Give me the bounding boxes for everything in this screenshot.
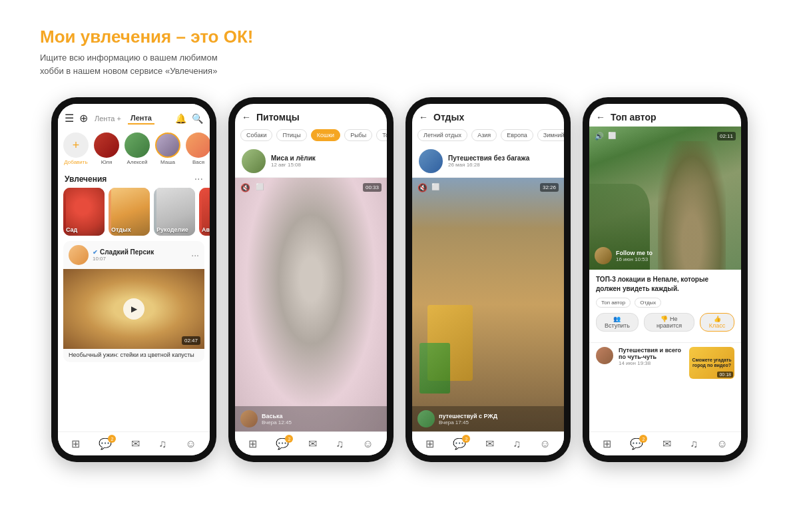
plus-icon[interactable]: ⊕ — [79, 112, 88, 125]
story-add[interactable]: + Добавить — [63, 133, 89, 165]
author-name-2: Васька — [262, 413, 292, 419]
story-label-yulia: Юля — [101, 159, 113, 165]
p3-author-name: путешествуй с РЖД — [439, 413, 497, 419]
channel-item-2[interactable]: Миса и лёлик 12 авг 15:08 — [235, 145, 387, 178]
p4-tag-otdyh[interactable]: Отдых — [635, 298, 661, 308]
p4-tags: Топ автор Отдых — [596, 298, 734, 308]
p3-profile-icon[interactable]: ☺ — [539, 438, 550, 450]
p4-post-content: ТОП-3 локации в Непале, которые должен у… — [589, 270, 741, 342]
channel-date-2: 12 авг 15:08 — [271, 162, 380, 168]
bottom-music-icon[interactable]: ♫ — [158, 438, 166, 450]
chip-summer[interactable]: Летний отдых — [417, 129, 467, 141]
back-arrow-3[interactable]: ← — [419, 112, 428, 123]
hobby-avto[interactable]: Авт — [199, 188, 210, 236]
p4-post-title: ТОП-3 локации в Непале, которые должен у… — [596, 275, 734, 294]
chip-europe[interactable]: Европа — [501, 129, 533, 141]
chip-dogs[interactable]: Собаки — [240, 129, 272, 141]
menu-icon[interactable]: ☰ — [65, 112, 74, 125]
p3-home-icon[interactable]: ⊞ — [425, 437, 434, 450]
hobby-rukodelivie[interactable]: Рукоделие — [154, 188, 195, 236]
p4-share-icon[interactable]: ⬜ — [608, 132, 616, 140]
tab-lenta[interactable]: Лента — [128, 113, 154, 125]
second-post-avatar-4 — [596, 347, 613, 364]
post-menu-icon[interactable]: ··· — [191, 250, 199, 260]
bottom-chat-icon[interactable]: 💬 2 — [99, 437, 112, 450]
bell-icon[interactable]: 🔔 — [175, 113, 186, 124]
p3-music-icon[interactable]: ♫ — [513, 438, 521, 450]
bottom-profile-icon[interactable]: ☺ — [185, 438, 196, 450]
hobby-sad[interactable]: Сад — [63, 188, 105, 236]
chip-birds[interactable]: Птицы — [276, 129, 306, 141]
p3-video-controls: 🔇 ⬜ — [417, 183, 439, 192]
p4-actions: 👥 Вступить 👎 Не нравится 👍 Класс — [596, 313, 734, 332]
p3-share-icon[interactable]: ⬜ — [431, 183, 439, 192]
p2-mail-icon[interactable]: ✉ — [308, 437, 317, 450]
chip-top[interactable]: Топ авт... — [376, 129, 387, 141]
bottom-home-icon[interactable]: ⊞ — [71, 437, 80, 450]
p4-chat-icon[interactable]: 💬 2 — [630, 437, 643, 450]
p2-topbar: ← Питомцы — [235, 104, 387, 127]
p2-music-icon[interactable]: ♫ — [336, 438, 344, 450]
story-masha[interactable]: Маша — [155, 133, 180, 165]
vstupyt-button[interactable]: 👥 Вступить — [596, 313, 639, 332]
chip-cats[interactable]: Кошки — [311, 129, 340, 141]
post-image-1[interactable]: ▶ 02:47 — [63, 269, 204, 349]
hobbies-more-icon[interactable]: ··· — [194, 173, 203, 185]
p4-home-icon[interactable]: ⊞ — [603, 437, 611, 450]
story-vasya[interactable]: Вася — [186, 133, 210, 165]
tab-lenta-plus[interactable]: Лента + — [92, 113, 124, 124]
mute-icon-2[interactable]: 🔇 — [240, 183, 250, 192]
bottom-mail-icon[interactable]: ✉ — [131, 437, 140, 450]
phone-3: ← Отдых Летний отдых Азия Европа Зимний … — [405, 97, 571, 462]
channel-avatar-3 — [419, 149, 443, 173]
p1-topbar: ☰ ⊕ Лента + Лента 🔔 🔍 — [58, 104, 210, 129]
street-video-3[interactable]: 🔇 ⬜ 32:26 путешествуй с РЖД Вчера 17:45 — [412, 178, 564, 431]
post-card-1: ✔ Сладкий Персик 10:07 ··· ▶ 02:47 Необы… — [63, 241, 204, 362]
dislike-button[interactable]: 👎 Не нравится — [644, 313, 694, 332]
story-yulia[interactable]: Юля — [94, 133, 119, 165]
search-icon[interactable]: 🔍 — [192, 113, 203, 124]
author-video-area-4[interactable]: 🔊 ⬜ 02:11 Follow me to 16 июн 10:53 — [589, 127, 741, 270]
follow-avatar-4 — [595, 247, 612, 264]
video-duration-1: 02:47 — [182, 336, 200, 345]
channel-name-3: Путешествия без багажа — [448, 154, 557, 162]
chips-row-2: Собаки Птицы Кошки Рыбы Топ авт... — [235, 127, 387, 145]
chip-asia[interactable]: Азия — [471, 129, 497, 141]
back-arrow-4[interactable]: ← — [596, 112, 605, 123]
p4-music-icon[interactable]: ♫ — [690, 438, 698, 450]
phones-container: ☰ ⊕ Лента + Лента 🔔 🔍 + Добавить — [0, 91, 799, 482]
p2-chat-icon[interactable]: 💬 2 — [276, 437, 289, 450]
verified-icon: ✔ — [93, 249, 98, 256]
chip-winter[interactable]: Зимний отдых — [537, 129, 564, 141]
p2-home-icon[interactable]: ⊞ — [248, 437, 257, 450]
cat-video-2[interactable]: 🔇 ⬜ 00:33 Васька Вчера 12:45 — [235, 178, 387, 431]
p4-topbar: ← Топ автор — [589, 104, 741, 127]
p4-sound-icon[interactable]: 🔊 — [595, 132, 604, 140]
hobbies-row: Сад Отдых Рукоделие — [58, 188, 210, 241]
phone-4: ← Топ автор 🔊 ⬜ 02:11 — [583, 97, 748, 462]
channel-item-3[interactable]: Путешествия без багажа 26 мая 16:28 — [412, 145, 564, 178]
p3-author-date: Вчера 17:45 — [439, 419, 497, 425]
p3-mail-icon[interactable]: ✉ — [485, 437, 494, 450]
video-controls-2: 🔇 ⬜ — [240, 183, 264, 192]
p1-bottom-bar: ⊞ 💬 2 ✉ ♫ ☺ — [58, 431, 210, 455]
p4-profile-icon[interactable]: ☺ — [716, 438, 727, 450]
second-post-thumbnail-4[interactable]: Сможете угадать город по видео? 00:18 — [689, 347, 734, 379]
play-button-1[interactable]: ▶ — [123, 298, 144, 320]
hobby-otdyh[interactable]: Отдых — [109, 188, 150, 236]
klass-button[interactable]: 👍 Класс — [700, 313, 734, 332]
chip-fish[interactable]: Рыбы — [344, 129, 372, 141]
back-arrow-2[interactable]: ← — [242, 112, 251, 123]
second-post-4[interactable]: Путешествия и всего по чуть-чуть 14 июн … — [589, 347, 741, 379]
p3-chat-icon[interactable]: 💬 2 — [453, 437, 466, 450]
p2-profile-icon[interactable]: ☺ — [362, 438, 373, 450]
story-alexey[interactable]: Алексей — [125, 133, 150, 165]
p4-mail-icon[interactable]: ✉ — [663, 437, 671, 450]
follow-name-4: Follow me to — [616, 250, 653, 256]
post-caption-1: Необычный ужин: стейки из цветной капуст… — [63, 349, 204, 362]
p4-tag-topauthor[interactable]: Топ автор — [596, 298, 631, 308]
share-icon-2[interactable]: ⬜ — [256, 183, 264, 192]
p4-chat-badge: 2 — [639, 435, 647, 443]
channel-date-3: 26 мая 16:28 — [448, 162, 557, 168]
p3-mute-icon[interactable]: 🔇 — [417, 183, 427, 192]
